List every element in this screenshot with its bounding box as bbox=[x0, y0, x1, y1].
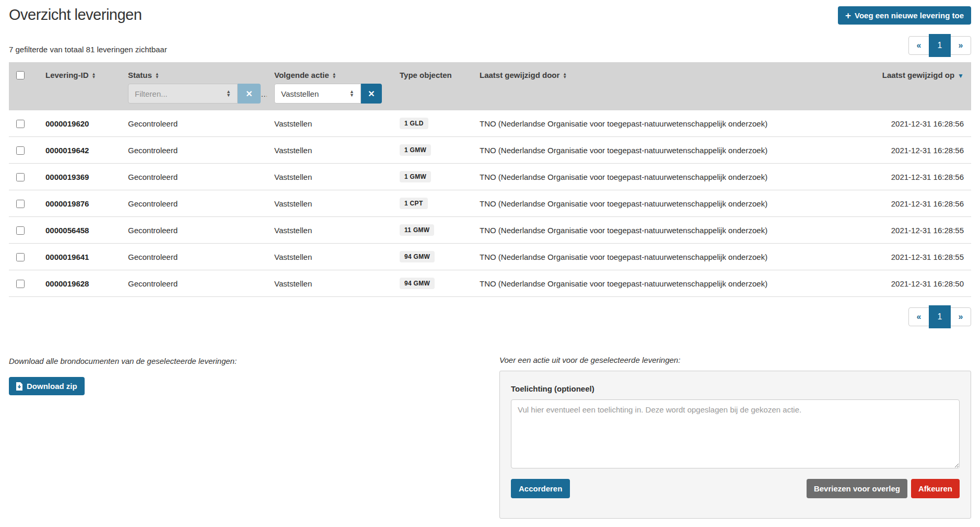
status-filter-clear-button[interactable]: ✕ bbox=[238, 84, 261, 104]
next-action-cell: Vaststellen bbox=[267, 137, 392, 164]
next-action-filter-select[interactable]: Vaststellen ▲▼ bbox=[274, 84, 361, 104]
modified-by-cell: TNO (Nederlandse Organisatie voor toegep… bbox=[472, 137, 830, 164]
column-laatst-gewijzigd-door[interactable]: Laatst gewijzigd door▲▼ bbox=[472, 62, 830, 83]
deliveries-table: Levering-ID▲▼ Status▲▼ Volgende actie▲▼ … bbox=[9, 62, 971, 297]
column-status-label: Status bbox=[128, 71, 152, 79]
sort-icon: ▲▼ bbox=[563, 73, 567, 79]
column-status[interactable]: Status▲▼ bbox=[121, 62, 267, 83]
add-delivery-button-label: Voeg een nieuwe levering toe bbox=[855, 11, 964, 20]
column-volgende-actie[interactable]: Volgende actie▲▼ bbox=[267, 62, 392, 83]
modified-at-cell: 2021-12-31 16:28:56 bbox=[830, 164, 971, 190]
header-filter-row: Filteren... ▲▼ ✕ Vaststellen ▲▼ ✕ bbox=[9, 83, 971, 110]
download-section-label: Download alle brondocumenten van de gese… bbox=[9, 357, 237, 365]
status-cell: Gecontroleerd bbox=[121, 110, 267, 137]
current-page[interactable]: 1 bbox=[929, 34, 951, 57]
type-objects-cell: 94 GMW bbox=[392, 244, 472, 270]
row-checkbox[interactable] bbox=[16, 173, 25, 181]
modified-by-cell: TNO (Nederlandse Organisatie voor toegep… bbox=[472, 270, 830, 297]
status-cell: Gecontroleerd bbox=[121, 270, 267, 297]
row-checkbox-cell bbox=[9, 164, 38, 190]
modified-by-cell: TNO (Nederlandse Organisatie voor toegep… bbox=[472, 217, 830, 244]
levering-id-cell: 0000019620 bbox=[38, 110, 121, 137]
type-objects-cell: 94 GMW bbox=[392, 270, 472, 297]
table-row: 0000019628 Gecontroleerd Vaststellen 94 … bbox=[9, 270, 971, 297]
next-action-cell: Vaststellen bbox=[267, 164, 392, 190]
row-checkbox[interactable] bbox=[16, 253, 25, 261]
plus-icon: + bbox=[845, 12, 851, 19]
modified-at-cell: 2021-12-31 16:28:56 bbox=[830, 190, 971, 217]
type-objects-cell: 1 GMW bbox=[392, 164, 472, 190]
modified-at-cell: 2021-12-31 16:28:56 bbox=[830, 137, 971, 164]
next-page-button[interactable]: » bbox=[951, 37, 971, 54]
next-action-cell: Vaststellen bbox=[267, 217, 392, 244]
sort-icon: ▲▼ bbox=[92, 73, 96, 79]
next-action-cell: Vaststellen bbox=[267, 110, 392, 137]
row-checkbox[interactable] bbox=[16, 200, 25, 208]
column-laatst-gewijzigd-door-label: Laatst gewijzigd door bbox=[480, 71, 559, 79]
type-objects-badge: 1 GLD bbox=[400, 118, 428, 129]
row-checkbox[interactable] bbox=[16, 120, 25, 128]
column-laatst-gewijzigd-op[interactable]: Laatst gewijzigd op▼ bbox=[830, 62, 971, 83]
freeze-button[interactable]: Bevriezen voor overleg bbox=[807, 479, 907, 498]
prev-page-button[interactable]: « bbox=[909, 37, 929, 54]
table-row: 0000019876 Gecontroleerd Vaststellen 1 C… bbox=[9, 190, 971, 217]
column-type-objecten-label: Type objecten bbox=[400, 71, 452, 79]
select-all-checkbox[interactable] bbox=[16, 71, 25, 79]
table-row: 0000019620 Gecontroleerd Vaststellen 1 G… bbox=[9, 110, 971, 137]
type-objects-cell: 1 CPT bbox=[392, 190, 472, 217]
status-cell: Gecontroleerd bbox=[121, 190, 267, 217]
modified-at-cell: 2021-12-31 16:28:50 bbox=[830, 270, 971, 297]
panel-buttons: Accorderen Bevriezen voor overleg Afkeur… bbox=[511, 479, 960, 498]
subbar: 7 gefilterde van totaal 81 leveringen zi… bbox=[9, 36, 971, 55]
status-filter-select[interactable]: Filteren... ▲▼ bbox=[128, 84, 238, 104]
header-label-row: Levering-ID▲▼ Status▲▼ Volgende actie▲▼ … bbox=[9, 62, 971, 83]
select-caret-icon: ▲▼ bbox=[349, 90, 354, 97]
action-panel: Toelichting (optioneel) Accorderen Bevri… bbox=[499, 371, 971, 519]
column-volgende-actie-label: Volgende actie bbox=[274, 71, 329, 79]
table-row: 0000019369 Gecontroleerd Vaststellen 1 G… bbox=[9, 164, 971, 190]
row-checkbox-cell bbox=[9, 137, 38, 164]
download-zip-button[interactable]: Download zip bbox=[9, 377, 85, 395]
row-checkbox-cell bbox=[9, 217, 38, 244]
add-delivery-button[interactable]: + Voeg een nieuwe levering toe bbox=[838, 6, 971, 25]
type-objects-badge: 11 GMW bbox=[400, 224, 434, 236]
next-action-filter-value: Vaststellen bbox=[281, 89, 319, 98]
next-page-button[interactable]: » bbox=[951, 308, 971, 326]
action-filter-cell: Vaststellen ▲▼ ✕ bbox=[267, 83, 971, 110]
next-action-cell: Vaststellen bbox=[267, 244, 392, 270]
prev-page-button[interactable]: « bbox=[909, 308, 929, 326]
pagination-bottom: « 1 » bbox=[908, 307, 971, 326]
table-body: 0000019620 Gecontroleerd Vaststellen 1 G… bbox=[9, 110, 971, 297]
row-checkbox[interactable] bbox=[16, 280, 25, 288]
column-levering-id-label: Levering-ID bbox=[45, 71, 89, 79]
modified-by-cell: TNO (Nederlandse Organisatie voor toegep… bbox=[472, 190, 830, 217]
row-checkbox-cell bbox=[9, 110, 38, 137]
table-row: 0000019642 Gecontroleerd Vaststellen 1 G… bbox=[9, 137, 971, 164]
sort-desc-icon: ▼ bbox=[958, 72, 964, 79]
action-section-label: Voer een actie uit voor de geselecteerde… bbox=[499, 356, 971, 364]
type-objects-cell: 1 GMW bbox=[392, 137, 472, 164]
modified-at-cell: 2021-12-31 16:28:55 bbox=[830, 217, 971, 244]
type-objects-badge: 1 GMW bbox=[400, 171, 431, 182]
next-action-filter-clear-button[interactable]: ✕ bbox=[361, 84, 382, 104]
status-filter-placeholder: Filteren... bbox=[135, 89, 168, 98]
current-page[interactable]: 1 bbox=[929, 305, 951, 328]
row-checkbox[interactable] bbox=[16, 146, 25, 155]
type-objects-badge: 94 GMW bbox=[400, 278, 435, 289]
table-row: 0000019641 Gecontroleerd Vaststellen 94 … bbox=[9, 244, 971, 270]
column-laatst-gewijzigd-op-label: Laatst gewijzigd op bbox=[882, 71, 954, 79]
levering-id-cell: 0000019628 bbox=[38, 270, 121, 297]
status-cell: Gecontroleerd bbox=[121, 217, 267, 244]
row-checkbox[interactable] bbox=[16, 226, 25, 235]
column-type-objecten: Type objecten bbox=[392, 62, 472, 83]
panel-buttons-right: Bevriezen voor overleg Afkeuren bbox=[807, 479, 960, 498]
pagination-top: « 1 » bbox=[908, 36, 971, 55]
column-levering-id[interactable]: Levering-ID▲▼ bbox=[38, 62, 121, 83]
modified-by-cell: TNO (Nederlandse Organisatie voor toegep… bbox=[472, 244, 830, 270]
modified-at-cell: 2021-12-31 16:28:55 bbox=[830, 244, 971, 270]
comment-textarea[interactable] bbox=[511, 399, 960, 468]
status-cell: Gecontroleerd bbox=[121, 244, 267, 270]
sort-icon: ▲▼ bbox=[155, 73, 159, 79]
approve-button[interactable]: Accorderen bbox=[511, 479, 570, 498]
reject-button[interactable]: Afkeuren bbox=[911, 479, 960, 498]
